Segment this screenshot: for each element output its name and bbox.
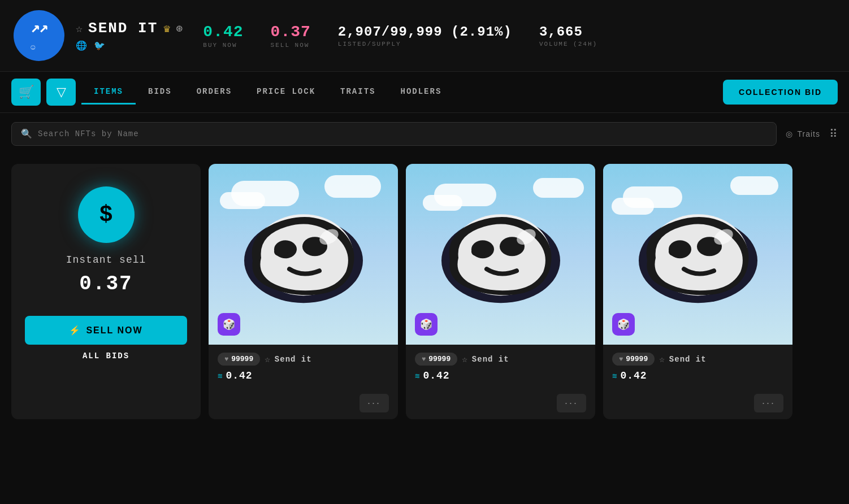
more-button-1[interactable]: ···: [359, 394, 389, 412]
svg-point-16: [669, 246, 682, 257]
svg-point-10: [471, 246, 485, 257]
nft-id-badge-2: ♥ 99999: [415, 353, 457, 366]
favorite-icon[interactable]: ☆: [76, 21, 83, 36]
collection-info: ☆ SEND IT ♛ ⊛ 🌐 🐦: [76, 20, 183, 51]
svg-point-4: [274, 246, 288, 257]
heart-icon: ♥: [224, 355, 228, 363]
search-input[interactable]: [38, 129, 767, 138]
tab-hodlers[interactable]: HODLERS: [388, 80, 454, 105]
nft-image-3: 🎲: [603, 164, 792, 345]
nft-id-3: 99999: [626, 355, 648, 363]
nft-price-3: 0.42: [620, 370, 647, 381]
volume-label: VOLUME (24H): [539, 41, 597, 47]
more-button-2[interactable]: ···: [557, 394, 586, 412]
nft-card-info-3: ♥ 99999 ☆ Send it ≋ 0.42: [603, 345, 792, 389]
grid-view-icon[interactable]: ⠿: [829, 127, 838, 141]
eye-slash-icon: ◎: [786, 129, 793, 138]
search-bar: 🔍 ◎ Traits ⠿: [0, 113, 849, 155]
lightning-icon: ⚡: [69, 325, 81, 336]
collection-title-row: ☆ SEND IT ♛ ⊛: [76, 20, 183, 37]
nft-id-badge-3: ♥ 99999: [612, 353, 655, 366]
nft-price-row-3: ≋ 0.42: [612, 370, 783, 381]
dice-badge-2: 🎲: [415, 313, 438, 336]
nft-name-3: Send it: [669, 355, 707, 364]
nft-price-row-1: ≋ 0.42: [218, 370, 389, 381]
cart-button[interactable]: 🛒: [11, 79, 41, 106]
dollar-icon: $: [99, 202, 112, 228]
tab-bids[interactable]: BIDS: [136, 80, 184, 105]
listed-supply-value: 2,907/99,999 (2.91%): [338, 24, 512, 40]
instant-sell-price: 0.37: [79, 272, 132, 296]
traits-button[interactable]: ◎ Traits: [786, 129, 820, 138]
nft-name-2: Send it: [472, 355, 509, 364]
nft-image-1: 🎲: [209, 164, 398, 345]
traits-label: Traits: [798, 129, 820, 138]
tab-items[interactable]: ITEMS: [81, 80, 136, 105]
cloud: [533, 178, 584, 198]
nft-blob-svg: [236, 198, 371, 306]
volume-stat: 3,665 VOLUME (24H): [539, 24, 597, 47]
dice-badge-1: 🎲: [218, 313, 240, 336]
instant-sell-card: $ Instant sell 0.37 ⚡ SELL NOW ALL BIDS: [11, 164, 201, 419]
all-bids-link[interactable]: ALL BIDS: [83, 351, 129, 360]
nft-star-2[interactable]: ☆: [462, 354, 467, 365]
sell-now-button[interactable]: ⚡ SELL NOW: [25, 316, 187, 345]
nft-image-2: 🎲: [406, 164, 595, 345]
nav-bar: 🛒 ▽ ITEMS BIDS ORDERS PRICE LOCK TRAITS …: [0, 72, 849, 113]
nft-price-2: 0.42: [423, 370, 449, 381]
nft-id-2: 99999: [428, 355, 451, 363]
nft-blob-svg-3: [630, 198, 766, 306]
price-icon-2: ≋: [415, 371, 419, 381]
crown-icon: ♛: [163, 21, 170, 36]
heart-icon-2: ♥: [422, 355, 426, 363]
sell-now-stat: 0.37 SELL NOW: [271, 23, 311, 49]
dice-badge-3: 🎲: [612, 313, 635, 336]
buy-now-stat: 0.42 BUY NOW: [203, 23, 243, 49]
filter-button[interactable]: ▽: [46, 79, 76, 106]
nft-star-3[interactable]: ☆: [659, 354, 665, 365]
nft-title-row-2: ♥ 99999 ☆ Send it: [415, 353, 586, 366]
header-stats: 0.42 BUY NOW 0.37 SELL NOW 2,907/99,999 …: [203, 23, 597, 49]
nft-card: 🎲 ♥ 99999 ☆ Send it ≋ 0.42 ···: [209, 164, 398, 419]
nav-tabs: ITEMS BIDS ORDERS PRICE LOCK TRAITS HODL…: [81, 80, 723, 105]
more-button-3[interactable]: ···: [754, 394, 783, 412]
nft-actions-2: ···: [406, 389, 595, 419]
atom-icon: ⊛: [176, 21, 183, 36]
nft-title-row-1: ♥ 99999 ☆ Send it: [218, 353, 389, 366]
nft-price-1: 0.42: [226, 370, 252, 381]
nft-title-row-3: ♥ 99999 ☆ Send it: [612, 353, 783, 366]
sell-now-price: 0.37: [271, 23, 311, 41]
nft-id-badge-1: ♥ 99999: [218, 353, 260, 366]
listed-supply-stat: 2,907/99,999 (2.91%) LISTED/SUPPLY: [338, 24, 512, 47]
search-input-wrap: 🔍: [11, 122, 777, 146]
cloud: [324, 175, 381, 198]
nft-blob-svg-2: [433, 198, 569, 306]
globe-icon[interactable]: 🌐: [76, 40, 87, 51]
tab-price-lock[interactable]: PRICE LOCK: [244, 80, 328, 105]
twitter-icon[interactable]: 🐦: [94, 40, 105, 51]
price-icon-3: ≋: [612, 371, 617, 381]
tab-traits[interactable]: TRAITS: [328, 80, 388, 105]
listed-supply-label: LISTED/SUPPLY: [338, 41, 401, 47]
collection-bid-button[interactable]: COLLECTION BID: [723, 80, 838, 105]
nft-name-1: Send it: [275, 355, 312, 364]
nft-star-1[interactable]: ☆: [265, 354, 270, 365]
nft-grid: $ Instant sell 0.37 ⚡ SELL NOW ALL BIDS: [0, 155, 849, 428]
nft-card-info-1: ♥ 99999 ☆ Send it ≋ 0.42: [209, 345, 398, 389]
tab-orders[interactable]: ORDERS: [184, 80, 244, 105]
social-row: 🌐 🐦: [76, 40, 183, 51]
nft-card-info-2: ♥ 99999 ☆ Send it ≋ 0.42: [406, 345, 595, 389]
collection-name: SEND IT: [88, 20, 158, 37]
price-icon-1: ≋: [218, 371, 222, 381]
nft-actions-1: ···: [209, 389, 398, 419]
nft-card-3: 🎲 ♥ 99999 ☆ Send it ≋ 0.42 ···: [603, 164, 792, 419]
cloud: [730, 176, 778, 195]
nft-card-2: 🎲 ♥ 99999 ☆ Send it ≋ 0.42 ···: [406, 164, 595, 419]
dollar-circle: $: [78, 186, 135, 243]
instant-sell-label: Instant sell: [66, 254, 146, 266]
collection-logo: ↗↗☺: [14, 10, 64, 61]
nft-id-1: 99999: [231, 355, 253, 363]
volume-value: 3,665: [539, 24, 583, 40]
buy-now-label: BUY NOW: [203, 42, 237, 49]
heart-icon-3: ♥: [619, 355, 623, 363]
